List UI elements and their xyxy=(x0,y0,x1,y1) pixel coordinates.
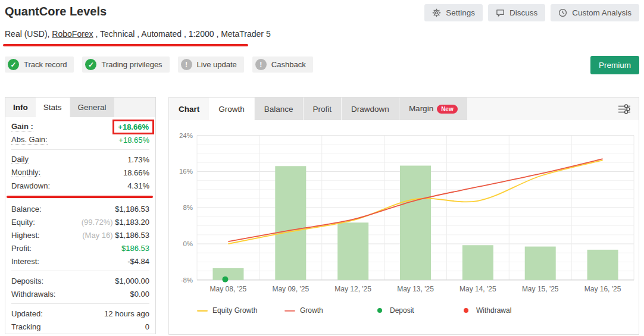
exclamation-icon: ! xyxy=(255,59,267,70)
chart-tab-margin[interactable]: MarginNew xyxy=(399,98,467,120)
stats-panel: InfoStatsGeneral Gain : +18.66% Abs. Gai… xyxy=(5,97,156,334)
stat-group: Updated: 12 hours ago Tracking 0 xyxy=(11,303,149,336)
stat-label[interactable]: Interest: xyxy=(11,257,39,266)
x-tick-label: May 09, '25 xyxy=(272,285,309,293)
stat-value: 0 xyxy=(145,322,149,331)
growth-bar xyxy=(462,245,493,280)
stat-label[interactable]: Monthly: xyxy=(11,168,40,177)
stat-label[interactable]: Deposits: xyxy=(11,277,43,285)
settings-button[interactable]: Settings xyxy=(424,4,483,21)
stat-label[interactable]: Abs. Gain: xyxy=(11,135,48,145)
stat-value: $1,186.53 xyxy=(115,231,149,240)
stat-group: Gain : +18.66% Abs. Gain: +18.65% xyxy=(11,117,149,149)
stat-row: Gain : +18.66% xyxy=(11,120,149,133)
x-tick-label: May 16, '25 xyxy=(584,285,621,293)
page-title: QuantCore Levels xyxy=(5,5,107,18)
stat-group: Balance: $1,186.53 Equity: (99.72%) $1,1… xyxy=(11,199,149,271)
stat-label[interactable]: Tracking xyxy=(11,322,40,331)
stats-tabs: InfoStatsGeneral xyxy=(5,98,155,117)
stat-value: +18.66% xyxy=(118,123,149,131)
stat-value: 4.31% xyxy=(127,181,149,190)
stat-label[interactable]: Balance: xyxy=(11,205,42,213)
chat-icon xyxy=(496,8,505,17)
x-tick-label: May 13, '25 xyxy=(397,285,434,293)
stat-value: $1,183.20 xyxy=(115,218,149,227)
growth-chart-svg: 24%16%8%0%-8%May 08, '25May 09, '25May 1… xyxy=(169,120,639,335)
chart-tabs: ChartGrowthBalanceProfitDrawdownMarginNe… xyxy=(169,98,639,120)
legend-swatch-icon xyxy=(285,310,295,312)
custom-analysis-button[interactable]: Custom Analysis xyxy=(551,4,639,21)
stat-value: 12 hours ago xyxy=(104,309,149,318)
premium-button[interactable]: Premium xyxy=(590,56,639,74)
legend-item-equity-growth[interactable]: Equity Growth xyxy=(197,306,257,315)
growth-bar xyxy=(525,247,556,280)
gear-icon xyxy=(432,8,441,17)
chart-tab-profit[interactable]: Profit xyxy=(304,98,342,120)
stat-value-prefix: (May 16) xyxy=(82,231,115,240)
annotation-gain-box: +18.66% xyxy=(112,120,154,134)
badge-live-update[interactable]: ! Live update xyxy=(178,56,244,73)
annotation-subtitle-underline xyxy=(3,44,248,46)
legend-item-growth[interactable]: Growth xyxy=(285,306,323,315)
y-tick-label: 8% xyxy=(183,204,193,211)
badge-trading-privileges[interactable]: ✓ Trading privileges xyxy=(82,56,169,73)
stat-label[interactable]: Drawdown: xyxy=(11,181,50,190)
growth-bar xyxy=(212,268,243,280)
stat-value: 18.66% xyxy=(123,168,149,177)
stat-row: Tracking 0 xyxy=(11,320,149,333)
stat-label[interactable]: Highest: xyxy=(11,231,40,240)
stat-row: Monthly: 18.66% xyxy=(11,166,149,179)
tab-general[interactable]: General xyxy=(70,98,114,117)
stat-value: $186.53 xyxy=(121,244,149,253)
chart-tab-chart[interactable]: Chart xyxy=(169,98,209,120)
stat-value: 1.73% xyxy=(127,155,149,164)
tab-stats[interactable]: Stats xyxy=(36,98,70,117)
badges-row: ✓ Track record ✓ Trading privileges ! Li… xyxy=(5,56,313,73)
x-tick-label: May 14, '25 xyxy=(459,285,496,293)
x-tick-label: May 12, '25 xyxy=(334,285,371,293)
legend-swatch-icon xyxy=(197,310,208,312)
x-tick-label: May 15, '25 xyxy=(522,285,559,293)
legend-item-withdrawal[interactable]: Withdrawal xyxy=(461,306,511,315)
chart-tab-growth[interactable]: Growth xyxy=(209,98,254,120)
exclamation-icon: ! xyxy=(181,59,192,70)
tab-info[interactable]: Info xyxy=(5,98,36,117)
growth-bar xyxy=(275,166,306,280)
stat-row: Balance: $1,186.53 xyxy=(11,202,149,215)
stat-label[interactable]: Profit: xyxy=(11,244,32,253)
check-icon: ✓ xyxy=(85,59,96,70)
clock-icon xyxy=(558,8,567,17)
stat-row: Withdrawals: $0.00 xyxy=(11,287,149,300)
stat-row: Highest: (May 16) $1,186.53 xyxy=(11,228,149,241)
stat-label[interactable]: Updated: xyxy=(11,309,43,318)
stat-value: -$4.84 xyxy=(127,257,149,266)
chart-tab-drawdown[interactable]: Drawdown xyxy=(342,98,399,120)
subtitle-text: , Technical , Automated , 1:2000 , MetaT… xyxy=(93,29,271,39)
stat-label[interactable]: Daily xyxy=(11,155,29,164)
new-badge: New xyxy=(437,105,458,114)
growth-bar xyxy=(400,166,431,280)
legend-swatch-icon xyxy=(464,308,468,313)
deposit-marker xyxy=(222,277,228,282)
stat-row: Abs. Gain: +18.65% xyxy=(11,133,149,146)
account-subtitle: Real (USD), RoboForex , Technical , Auto… xyxy=(5,29,271,39)
badge-track-record[interactable]: ✓ Track record xyxy=(5,56,74,73)
stat-label[interactable]: Equity: xyxy=(11,218,35,227)
broker-link[interactable]: RoboForex xyxy=(52,29,93,39)
sliders-icon[interactable] xyxy=(617,103,632,117)
subtitle-text: Real (USD), xyxy=(5,29,52,39)
stat-label[interactable]: Withdrawals: xyxy=(11,290,55,299)
discuss-button[interactable]: Discuss xyxy=(488,4,545,21)
stat-value: $1,186.53 xyxy=(115,205,149,213)
badge-cashback[interactable]: ! Cashback xyxy=(252,56,313,73)
stat-value-prefix: (99.72%) xyxy=(82,218,115,227)
check-icon: ✓ xyxy=(8,59,19,70)
chart-tab-balance[interactable]: Balance xyxy=(255,98,303,120)
stat-row: Profit: $186.53 xyxy=(11,241,149,255)
stat-label[interactable]: Gain : xyxy=(11,122,33,131)
stat-row: Daily 1.73% xyxy=(11,153,149,166)
y-tick-label: 24% xyxy=(179,132,193,139)
legend-item-deposit[interactable]: Deposit xyxy=(374,306,414,315)
y-tick-label: 0% xyxy=(183,240,193,247)
chart-panel: ChartGrowthBalanceProfitDrawdownMarginNe… xyxy=(168,97,639,335)
